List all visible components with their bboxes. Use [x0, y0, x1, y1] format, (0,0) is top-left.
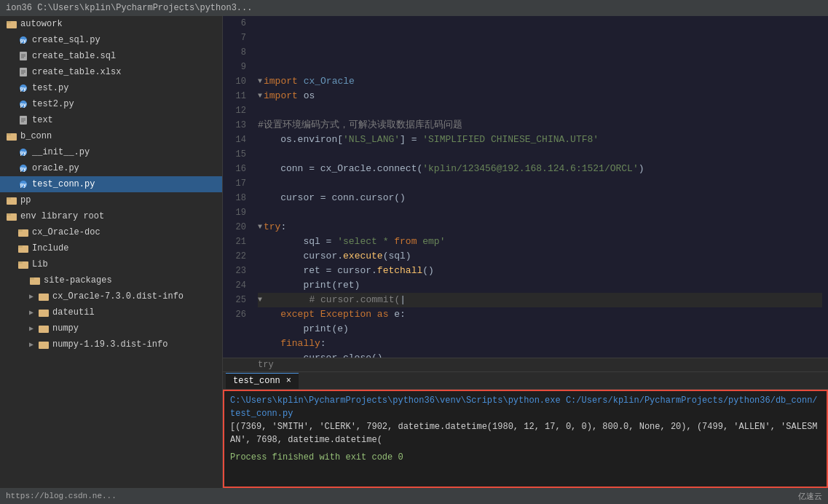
code-content[interactable]: ▼import cx_Oracle▼import os#设置环境编码方式，可解决…: [252, 16, 828, 358]
code-line-19: cursor.execute(sql): [258, 249, 822, 264]
collapse-icon[interactable]: ▼: [258, 74, 262, 89]
python-icon: py: [17, 82, 29, 94]
code-token: #设置环境编码方式，可解决读取数据库乱码问题: [258, 118, 462, 133]
sidebar-item-numpy_dist[interactable]: ▶numpy-1.19.3.dist-info: [0, 336, 222, 353]
folder-icon: [29, 275, 41, 286]
sidebar-item-label: test.py: [32, 83, 68, 93]
folder_arrow-icon: [38, 307, 50, 318]
code-token: as: [377, 307, 389, 322]
code-token: ): [639, 162, 644, 176]
folder-icon: [6, 194, 17, 206]
folder_arrow-icon: [38, 323, 50, 334]
code-editor[interactable]: 67891011121314151617181920212223242526 ▼…: [223, 16, 828, 358]
sidebar-item-label: Include: [32, 243, 68, 253]
code-token: ] =: [400, 133, 422, 147]
svg-rect-43: [39, 342, 49, 349]
terminal-output-line: [(7369, 'SMITH', 'CLERK', 7902, datetime…: [230, 420, 821, 446]
terminal-tab-close[interactable]: ×: [286, 376, 291, 386]
code-token: os: [298, 89, 315, 103]
code-token: except: [258, 307, 315, 322]
code-token: cx_Oracle: [304, 74, 355, 89]
code-token: print(e): [258, 322, 349, 336]
sidebar-item-create_table_sql[interactable]: create_table.sql: [0, 48, 222, 64]
svg-rect-41: [39, 310, 49, 317]
line-number-7: 7: [229, 31, 246, 45]
code-line-26: cursor.close(): [258, 351, 822, 358]
svg-rect-31: [7, 213, 11, 216]
line-number-24: 24: [229, 278, 246, 293]
code-token: sql =: [258, 235, 337, 249]
svg-rect-42: [39, 326, 49, 333]
sidebar-item-b_conn[interactable]: b_conn: [0, 128, 222, 144]
status-right: 亿速云: [798, 491, 822, 502]
line-number-14: 14: [229, 133, 246, 147]
line-number-6: 6: [229, 16, 246, 31]
expand-arrow-icon: ▶: [29, 292, 36, 301]
sidebar-item-label: pp: [20, 195, 31, 205]
sidebar-item-label: numpy-1.19.3.dist-info: [52, 339, 167, 350]
sidebar-item-label: env library root: [20, 211, 104, 221]
sidebar-item-oracle_py[interactable]: pyoracle.py: [0, 160, 222, 176]
sidebar-item-test_py[interactable]: pytest.py: [0, 80, 222, 96]
code-line-16: [258, 205, 822, 220]
code-token: import: [264, 89, 298, 103]
line-number-20: 20: [229, 220, 246, 235]
sidebar-item-test_conn_py[interactable]: pytest_conn.py: [0, 176, 222, 192]
sidebar-item-site_packages[interactable]: site-packages: [0, 272, 222, 288]
terminal-exit-line: Process finished with exit code 0: [230, 451, 821, 464]
code-line-8: ▼import os: [258, 89, 822, 103]
code-line-22: ▼ # cursor.commit(|: [258, 293, 822, 307]
title-bar: ion36 C:\Users\kplin\PycharmProjects\pyt…: [0, 0, 828, 16]
sidebar-item-autowork[interactable]: autowork: [0, 16, 222, 32]
line-number-16: 16: [229, 162, 246, 176]
sidebar-item-label: test2.py: [32, 99, 74, 109]
sidebar-item-label: dateutil: [52, 307, 95, 318]
line-number-26: 26: [229, 307, 246, 322]
svg-rect-39: [30, 277, 34, 280]
collapse-icon[interactable]: ▼: [258, 293, 262, 307]
collapse-icon[interactable]: ▼: [258, 89, 262, 103]
code-token: 'SIMPLIFIED CHINESE_CHINA.UTF8': [422, 133, 599, 147]
sidebar: autoworkpycreate_sql.pycreate_table.sqlc…: [0, 16, 223, 488]
sidebar-item-include[interactable]: Include: [0, 240, 222, 256]
line-number-19: 19: [229, 205, 246, 220]
code-line-20: ret = cursor.fetchall(): [258, 264, 822, 278]
folder-icon: [6, 18, 17, 30]
sidebar-item-init_py[interactable]: py__init__.py: [0, 144, 222, 160]
sidebar-item-numpy[interactable]: ▶numpy: [0, 320, 222, 336]
svg-rect-1: [7, 21, 11, 23]
code-token: conn = cx_Oracle.connect(: [258, 162, 422, 176]
folder_arrow-icon: [38, 291, 50, 302]
code-token: ret = cursor.: [258, 264, 377, 278]
terminal-content[interactable]: C:\Users\kplin\PycharmProjects\python36\…: [223, 390, 828, 488]
sidebar-item-text[interactable]: text: [0, 112, 222, 128]
code-token: # cursor.commit(: [264, 293, 400, 307]
sidebar-item-pp[interactable]: pp: [0, 192, 222, 208]
python-icon: py: [17, 146, 29, 158]
sidebar-item-test2_py[interactable]: pytest2.py: [0, 96, 222, 112]
sidebar-item-label: create_table.sql: [32, 51, 116, 61]
sidebar-item-create_table_xlsx[interactable]: create_table.xlsx: [0, 64, 222, 80]
collapse-icon[interactable]: ▼: [258, 220, 262, 235]
terminal-tab-test-conn[interactable]: test_conn ×: [226, 373, 299, 389]
code-line-9: [258, 103, 822, 118]
sidebar-item-cx_oracle_doc[interactable]: cx_Oracle-doc: [0, 224, 222, 240]
xlsx-icon: [17, 66, 29, 78]
sidebar-item-create_sql_py[interactable]: pycreate_sql.py: [0, 32, 222, 48]
main-area: autoworkpycreate_sql.pycreate_table.sqlc…: [0, 16, 828, 488]
sidebar-item-cx_oracle_dist[interactable]: ▶cx_Oracle-7.3.0.dist-info: [0, 288, 222, 304]
code-token: try: [264, 220, 280, 235]
line-number-13: 13: [229, 118, 246, 133]
line-numbers: 67891011121314151617181920212223242526: [223, 16, 252, 358]
code-line-13: conn = cx_Oracle.connect('kplin/123456@1…: [258, 162, 822, 176]
code-token: emp': [417, 235, 445, 249]
svg-rect-37: [18, 261, 23, 264]
sidebar-item-label: numpy: [52, 323, 79, 334]
code-line-12: [258, 147, 822, 162]
sidebar-item-env[interactable]: env library root: [0, 208, 222, 224]
sidebar-item-label: autowork: [20, 19, 63, 29]
sidebar-item-lib[interactable]: Lib: [0, 256, 222, 272]
bottom-hint: try: [223, 358, 828, 371]
sidebar-item-dateutil[interactable]: ▶dateutil: [0, 304, 222, 320]
svg-text:py: py: [20, 86, 27, 92]
